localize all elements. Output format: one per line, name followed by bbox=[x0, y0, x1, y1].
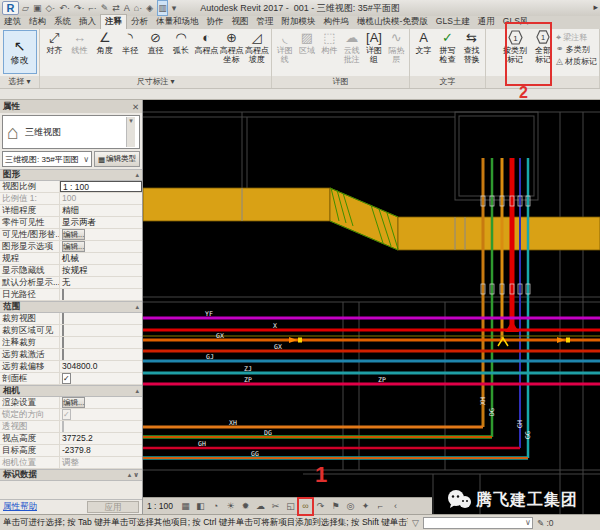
detail-group-button[interactable]: [A]详图组 bbox=[363, 30, 384, 64]
redo-icon[interactable]: ↷· bbox=[74, 1, 85, 15]
find-replace-button[interactable]: ⇆查找替换 bbox=[460, 30, 483, 64]
section-icon[interactable]: ◈ bbox=[146, 1, 153, 15]
analytical-model-icon[interactable]: ◎ bbox=[344, 499, 357, 514]
crop-view-icon[interactable]: ✂ bbox=[269, 499, 282, 514]
qat-more-icon[interactable]: ▾ bbox=[172, 1, 177, 15]
temporary-view-properties-icon[interactable]: ⚑ bbox=[329, 499, 342, 514]
shadows-icon[interactable]: ✹ bbox=[239, 499, 252, 514]
crop-visible-checkbox[interactable] bbox=[62, 325, 64, 336]
property-row[interactable]: 零件可见性显示两者 bbox=[0, 217, 142, 229]
beam-annotation-button[interactable]: ⌖梁注释 bbox=[556, 32, 597, 43]
pin-icon[interactable]: ▴ bbox=[135, 171, 139, 179]
multi-category-button[interactable]: ⚭多类别 bbox=[556, 44, 597, 55]
apply-button[interactable]: 应用 bbox=[87, 501, 139, 513]
edit-button[interactable]: 编辑... bbox=[62, 241, 85, 252]
property-row[interactable]: 锁定的方向 bbox=[0, 409, 142, 421]
tab-collaborate[interactable]: 协作 bbox=[203, 15, 228, 29]
tag-all-button[interactable]: 1 全部标记 bbox=[531, 30, 555, 64]
tab-structure[interactable]: 结构 bbox=[25, 15, 50, 29]
property-row[interactable]: 显示隐藏线按规程 bbox=[0, 265, 142, 277]
spot-coordinate-button[interactable]: ⊕高程点坐标 bbox=[219, 30, 243, 64]
aligned-dim-icon[interactable]: ⇄ bbox=[112, 1, 120, 15]
tab-analyze[interactable]: 分析 bbox=[127, 15, 152, 29]
property-row[interactable]: 透视图 bbox=[0, 421, 142, 433]
aligned-dimension-button[interactable]: ⤢对齐 bbox=[42, 30, 66, 55]
properties-help-link[interactable]: 属性帮助 bbox=[3, 501, 37, 513]
annotation-crop-checkbox[interactable] bbox=[62, 337, 64, 348]
pin-icon[interactable]: ▴ bbox=[135, 387, 139, 395]
tab-view[interactable]: 视图 bbox=[228, 15, 253, 29]
property-row[interactable]: 可见性/图形替...编辑... bbox=[0, 229, 142, 241]
arc-length-button[interactable]: ◠弧长 bbox=[169, 30, 193, 55]
pin-icon[interactable]: ▴ bbox=[135, 303, 139, 311]
tab-architecture[interactable]: 建筑 bbox=[0, 15, 25, 29]
material-tag-button[interactable]: ◬材质标记 bbox=[556, 56, 597, 67]
type-selector-scrollbar[interactable]: ▾ bbox=[126, 117, 135, 147]
reveal-hidden-icon[interactable]: ↷ bbox=[314, 499, 327, 514]
far-clip-checkbox[interactable] bbox=[62, 349, 64, 360]
property-row[interactable]: 日光路径 bbox=[0, 289, 142, 301]
tab-systems[interactable]: 系统 bbox=[50, 15, 75, 29]
property-row[interactable]: 远剪裁偏移304800.0 bbox=[0, 361, 142, 373]
insulation-button[interactable]: ∿隔热层 bbox=[386, 30, 407, 64]
temporary-hide-isolate-icon[interactable]: ∞ bbox=[299, 499, 312, 514]
property-row[interactable]: 裁剪区域可见 bbox=[0, 325, 142, 337]
print-icon[interactable]: ⌐· bbox=[88, 1, 96, 15]
text-button[interactable]: A文字 bbox=[412, 30, 435, 55]
property-row[interactable]: 裁剪视图 bbox=[0, 313, 142, 325]
edit-type-button[interactable]: ▦编辑类型 bbox=[94, 151, 140, 167]
property-row[interactable]: 默认分析显示...无 bbox=[0, 277, 142, 289]
crop-view-checkbox[interactable] bbox=[62, 313, 64, 324]
edit-button[interactable]: 编辑... bbox=[62, 397, 85, 408]
sun-path-icon[interactable]: ☀ bbox=[224, 499, 237, 514]
chevron-down-icon[interactable]: ▴ ∨ bbox=[128, 471, 139, 479]
property-row[interactable]: 视图比例1 : 100 bbox=[0, 181, 142, 193]
section-graphics[interactable]: 图形▴ bbox=[0, 169, 142, 181]
panel-dimension-label[interactable]: 尺寸标注 ▾ bbox=[40, 76, 271, 88]
measure-icon[interactable]: ✎ bbox=[101, 1, 109, 15]
horizontal-pipes-mid[interactable] bbox=[143, 318, 600, 384]
open-icon[interactable]: ▱ bbox=[22, 1, 29, 15]
filter-icon[interactable]: ▽ bbox=[412, 518, 419, 528]
property-row[interactable]: 视点高度37725.2 bbox=[0, 433, 142, 445]
view-instance-combo[interactable]: 三维视图: 35#平面图∨ bbox=[2, 151, 92, 167]
sync-icon[interactable]: ◇· bbox=[45, 1, 55, 15]
property-row[interactable]: 注释裁剪 bbox=[0, 337, 142, 349]
tab-insert[interactable]: 插入 bbox=[75, 15, 100, 29]
property-row[interactable]: 远剪裁激活 bbox=[0, 349, 142, 361]
crop-region-icon[interactable]: ◱ bbox=[284, 499, 297, 514]
tab-gls-wind[interactable]: GLS风 bbox=[499, 15, 533, 29]
tab-addins[interactable]: 附加模块 bbox=[278, 15, 320, 29]
view-scale-button[interactable]: 1 : 100 bbox=[147, 501, 173, 511]
section-extents[interactable]: 范围▴ bbox=[0, 301, 142, 313]
property-row[interactable]: 详细程度精细 bbox=[0, 205, 142, 217]
spot-slope-button[interactable]: ◿高程点坡度 bbox=[245, 30, 269, 64]
radial-dimension-button[interactable]: ◝半径 bbox=[118, 30, 142, 55]
render-icon[interactable]: ☁ bbox=[254, 499, 267, 514]
property-row[interactable]: 相机位置调整 bbox=[0, 457, 142, 469]
edit-button[interactable]: 编辑... bbox=[62, 229, 85, 240]
default-3d-icon[interactable]: ⌂· bbox=[134, 1, 142, 15]
component-button[interactable]: ⬚构件 bbox=[319, 30, 340, 55]
tab-general[interactable]: 通用 bbox=[474, 15, 499, 29]
revit-logo[interactable]: R bbox=[2, 1, 19, 15]
property-row[interactable]: 剖面框 bbox=[0, 373, 142, 385]
diameter-dimension-button[interactable]: ⊘直径 bbox=[143, 30, 167, 55]
panel-detail-label[interactable]: 详图 bbox=[272, 76, 409, 88]
property-row[interactable]: 比例值 1:100 bbox=[0, 193, 142, 205]
region-button[interactable]: ▨区域 bbox=[296, 30, 317, 55]
tab-gls-civil[interactable]: GLS土建 bbox=[432, 15, 474, 29]
property-row[interactable]: 规程机械 bbox=[0, 253, 142, 265]
panel-text-label[interactable]: 文字 bbox=[410, 76, 485, 88]
panel-tag-label[interactable] bbox=[486, 76, 599, 88]
save-icon[interactable]: ▣ bbox=[33, 1, 42, 15]
text-tool-icon[interactable]: A bbox=[124, 1, 130, 15]
scale-icon[interactable]: ▦ bbox=[179, 499, 192, 514]
tab-component-dock[interactable]: 构件坞 bbox=[320, 15, 354, 29]
visual-style-icon[interactable]: ◔ bbox=[209, 499, 222, 514]
tag-by-category-button[interactable]: 1 按类别标记 bbox=[500, 30, 530, 64]
section-camera[interactable]: 相机▴ bbox=[0, 385, 142, 397]
tab-annotate[interactable]: 注释 bbox=[100, 14, 127, 29]
worksharing-icon[interactable]: ⌐ bbox=[374, 499, 387, 514]
revision-cloud-button[interactable]: ☁云线批注 bbox=[341, 30, 362, 64]
